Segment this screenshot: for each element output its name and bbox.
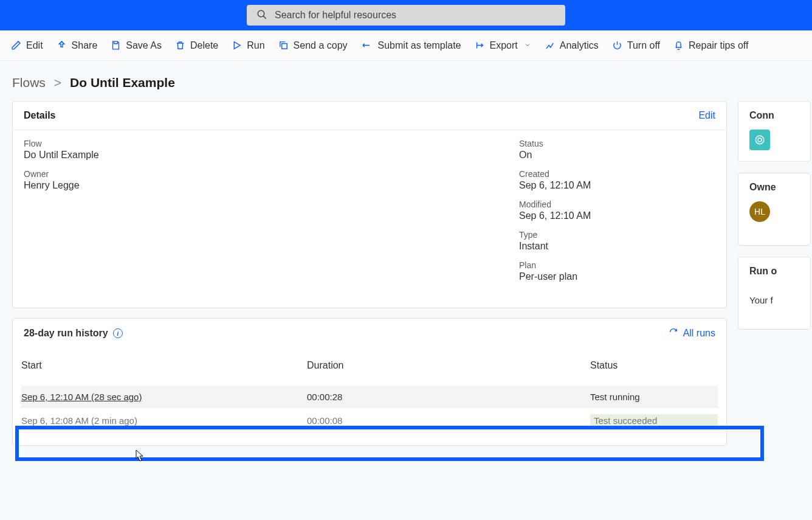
share-button[interactable]: Share: [57, 40, 98, 51]
owner-avatar[interactable]: HL: [749, 201, 770, 222]
save-as-button[interactable]: Save As: [111, 40, 162, 51]
details-edit-link[interactable]: Edit: [698, 110, 715, 121]
run-history-title: 28-day run history: [24, 328, 108, 339]
svg-point-3: [758, 138, 762, 142]
owners-card: Owne HL: [738, 173, 811, 246]
connections-title: Conn: [749, 110, 799, 121]
table-row[interactable]: Sep 6, 12:10 AM (28 sec ago) 00:00:28 Te…: [21, 386, 718, 408]
details-header: Details Edit: [13, 102, 726, 130]
modified-label: Modified: [519, 199, 715, 209]
page-title: Do Until Example: [70, 75, 175, 90]
table-row[interactable]: Sep 6, 12:08 AM (2 min ago) 00:00:08 Tes…: [21, 408, 718, 433]
type-value: Instant: [519, 241, 715, 252]
run-status: Test running: [590, 392, 718, 402]
run-label: Run: [247, 40, 264, 51]
created-label: Created: [519, 169, 715, 179]
plan-label: Plan: [519, 260, 715, 270]
export-icon: [475, 40, 485, 50]
all-runs-link[interactable]: All runs: [669, 327, 715, 339]
refresh-icon: [669, 327, 678, 339]
power-icon: [612, 40, 622, 50]
command-bar: Edit Share Save As Delete Run Send a cop…: [0, 30, 812, 61]
content-area: Details Edit Flow Do Until Example Owner…: [0, 101, 812, 446]
copy-icon: [278, 40, 289, 50]
app-header: [0, 0, 812, 30]
type-label: Type: [519, 230, 715, 240]
search-icon: [256, 9, 267, 22]
run-history-card: 28-day run history i All runs Start Dura…: [12, 318, 727, 446]
delete-button[interactable]: Delete: [175, 40, 218, 51]
all-runs-label: All runs: [683, 328, 715, 339]
col-duration: Duration: [307, 360, 590, 371]
export-button[interactable]: Export: [475, 40, 531, 51]
run-only-text: Your f: [749, 295, 799, 305]
run-button[interactable]: Run: [232, 40, 264, 51]
trash-icon: [175, 40, 185, 50]
owners-title: Owne: [749, 182, 799, 193]
save-as-label: Save As: [126, 40, 162, 51]
flow-value: Do Until Example: [24, 150, 519, 161]
connection-icon[interactable]: [749, 130, 770, 150]
submit-template-button[interactable]: Submit as template: [361, 40, 461, 51]
play-icon: [232, 40, 242, 50]
turn-off-label: Turn off: [627, 40, 660, 51]
analytics-button[interactable]: Analytics: [545, 40, 599, 51]
connections-card: Conn: [738, 101, 811, 162]
run-only-title: Run o: [749, 266, 799, 277]
share-label: Share: [72, 40, 98, 51]
pencil-icon: [11, 40, 21, 50]
info-icon[interactable]: i: [113, 328, 123, 338]
analytics-icon: [545, 40, 555, 50]
svg-point-4: [755, 136, 764, 144]
export-label: Export: [490, 40, 518, 51]
details-card: Details Edit Flow Do Until Example Owner…: [12, 101, 727, 308]
cursor-icon: [135, 449, 146, 462]
delete-label: Delete: [190, 40, 218, 51]
col-start: Start: [21, 360, 307, 371]
global-search[interactable]: [247, 5, 565, 26]
turn-off-button[interactable]: Turn off: [612, 40, 660, 51]
details-title: Details: [24, 110, 55, 121]
save-icon: [111, 40, 121, 50]
run-duration: 00:00:28: [307, 392, 590, 402]
status-value: On: [519, 150, 715, 161]
chevron-down-icon: [524, 40, 531, 51]
flow-label: Flow: [24, 139, 519, 148]
svg-line-1: [263, 16, 266, 19]
svg-point-0: [258, 10, 264, 17]
send-copy-button[interactable]: Send a copy: [278, 40, 348, 51]
owner-value: Henry Legge: [24, 180, 519, 191]
breadcrumb-separator: >: [54, 75, 61, 90]
run-history-table: Start Duration Status Sep 6, 12:10 AM (2…: [13, 348, 726, 445]
submit-template-label: Submit as template: [378, 40, 461, 51]
status-label: Status: [519, 139, 715, 148]
run-start-link[interactable]: Sep 6, 12:08 AM (2 min ago): [21, 415, 307, 426]
breadcrumb: Flows > Do Until Example: [0, 61, 812, 101]
breadcrumb-root[interactable]: Flows: [12, 75, 46, 90]
search-input[interactable]: [275, 10, 556, 21]
send-copy-label: Send a copy: [294, 40, 348, 51]
col-status: Status: [590, 360, 718, 371]
svg-rect-2: [281, 44, 287, 49]
run-history-header: 28-day run history i All runs: [13, 319, 726, 348]
edit-label: Edit: [26, 40, 43, 51]
run-duration: 00:00:08: [307, 415, 590, 426]
modified-value: Sep 6, 12:10 AM: [519, 210, 715, 221]
plan-value: Per-user plan: [519, 271, 715, 282]
share-icon: [57, 40, 67, 50]
run-status: Test succeeded: [590, 414, 718, 427]
run-only-card: Run o Your f: [738, 257, 811, 330]
owner-label: Owner: [24, 169, 519, 179]
run-start-link[interactable]: Sep 6, 12:10 AM (28 sec ago): [21, 392, 142, 402]
bell-icon: [673, 40, 684, 50]
details-body: Flow Do Until Example Owner Henry Legge …: [13, 130, 726, 308]
repair-tips-label: Repair tips off: [689, 40, 748, 51]
edit-button[interactable]: Edit: [11, 40, 43, 51]
repair-tips-button[interactable]: Repair tips off: [673, 40, 748, 51]
analytics-label: Analytics: [560, 40, 599, 51]
created-value: Sep 6, 12:10 AM: [519, 180, 715, 191]
table-header: Start Duration Status: [21, 360, 718, 386]
submit-icon: [361, 40, 373, 50]
